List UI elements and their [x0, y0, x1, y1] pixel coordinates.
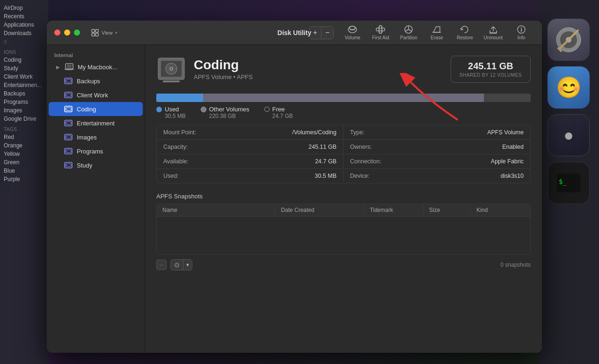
legend-used: Used 30.5 MB: [156, 106, 186, 119]
view-icon: [91, 29, 99, 36]
sidebar-left-section-locations: ions: [0, 46, 48, 56]
first-aid-icon: [375, 25, 386, 34]
snapshots-section: APFS Snapshots Name Date Created Tidemar…: [156, 193, 531, 270]
dock-icon-disk-utility[interactable]: [548, 19, 590, 61]
view-button[interactable]: View ▾: [88, 27, 121, 38]
info-val-used: 30.5 MB: [314, 173, 336, 179]
snapshot-dropdown-button[interactable]: ▾: [183, 260, 192, 270]
dock-icon-terminal[interactable]: $_: [548, 162, 590, 204]
info-key-available: Available:: [163, 158, 189, 165]
info-button[interactable]: Info: [508, 23, 534, 42]
traffic-lights: [54, 29, 80, 36]
info-val-device: disk3s10: [501, 173, 524, 179]
snapshot-action-icon: ⊙: [174, 261, 180, 269]
backups-volume-icon: [64, 76, 73, 86]
volume-info: Coding APFS Volume • APFS: [194, 58, 451, 80]
maximize-button[interactable]: [74, 29, 80, 36]
remove-volume-button[interactable]: −: [321, 27, 333, 39]
sidebar-left-images[interactable]: Images: [0, 106, 48, 115]
sidebar-item-my-macbook[interactable]: ▶ My Macbook...: [49, 60, 143, 74]
sidebar-item-study[interactable]: Study: [49, 158, 143, 172]
minimize-button[interactable]: [64, 29, 70, 36]
svg-rect-9: [92, 33, 95, 36]
sidebar-left-blue[interactable]: Blue: [0, 167, 48, 175]
sidebar-left-orange[interactable]: Orange: [0, 141, 48, 150]
sidebar-left-airdrop[interactable]: AirDrop: [0, 4, 48, 12]
svg-rect-14: [379, 26, 382, 33]
info-val-connection: Apple Fabric: [491, 158, 524, 165]
snapshots-title: APFS Snapshots: [156, 193, 531, 200]
dock-icon-assistant[interactable]: ●: [548, 114, 590, 156]
snapshot-action-button[interactable]: ⊙: [171, 260, 183, 270]
info-key-owners: Owners:: [350, 144, 372, 150]
sidebar-item-client-work[interactable]: Client Work: [49, 88, 143, 102]
sidebar-left-study[interactable]: Study: [0, 64, 48, 73]
sidebar: Internal ▶ My Macbook...: [47, 45, 145, 353]
snapshots-col-tidemark: Tidemark: [364, 204, 424, 216]
info-row-used: Used: 30.5 MB: [157, 169, 343, 183]
sidebar-left-yellow[interactable]: Yellow: [0, 150, 48, 158]
info-row-available: Available: 24.7 GB: [157, 154, 343, 169]
unmount-button[interactable]: Unmount: [480, 23, 506, 42]
info-val-mount-point: /Volumes/Coding: [292, 129, 336, 136]
usage-bar-other-volumes: [203, 94, 484, 102]
sidebar-left-backups[interactable]: Backups: [0, 89, 48, 98]
info-row-device: Device: disk3s10: [343, 169, 530, 183]
sidebar-left-purple[interactable]: Purple: [0, 175, 48, 183]
volume-size-number: 245.11 GB: [460, 61, 522, 72]
svg-text:$_: $_: [559, 178, 567, 186]
info-row-owners: Owners: Enabled: [343, 140, 530, 154]
usage-bar-container: Used 30.5 MB Other Volumes 220.38 GB: [156, 94, 531, 119]
snapshots-body: [157, 217, 530, 254]
info-row-type: Type: APFS Volume: [343, 125, 530, 140]
sidebar-left-coding[interactable]: Coding: [0, 56, 48, 64]
sidebar-item-images[interactable]: Images: [49, 130, 143, 144]
disclosure-arrow: ▶: [56, 65, 60, 70]
sidebar-item-entertainment-label: Entertainment: [77, 120, 115, 127]
sidebar-item-coding-label: Coding: [77, 106, 96, 113]
info-row-connection: Connection: Apple Fabric: [343, 154, 530, 169]
info-label: Info: [518, 35, 526, 40]
sidebar-item-programs[interactable]: Programs: [49, 144, 143, 158]
sidebar-left-google-drive[interactable]: Google Drive: [0, 115, 48, 123]
sidebar-left-applications[interactable]: Applications: [0, 21, 48, 29]
finder-sidebar: AirDrop Recents Applications Downloads d…: [0, 0, 48, 183]
partition-button[interactable]: Partition: [395, 23, 422, 42]
sidebar-item-coding[interactable]: Coding: [49, 102, 143, 116]
sidebar-left-entertainment[interactable]: Entertainmen...: [0, 81, 48, 89]
sidebar-item-study-label: Study: [77, 162, 92, 169]
erase-button[interactable]: Erase: [424, 23, 450, 42]
volume-disk-icon: [156, 54, 186, 84]
sidebar-item-entertainment[interactable]: Entertainment: [49, 116, 143, 130]
sidebar-left-recents[interactable]: Recents: [0, 12, 48, 21]
legend-other-value: 220.38 GB: [209, 113, 249, 119]
svg-point-40: [66, 137, 67, 138]
legend-free-label: Free: [272, 106, 293, 113]
snapshots-footer: − ⊙ ▾ 0 snapshots: [156, 259, 531, 270]
sidebar-left-programs[interactable]: Programs: [0, 98, 48, 106]
sidebar-left-green[interactable]: Green: [0, 158, 48, 167]
sidebar-left-tags-section: Tags: [0, 123, 48, 133]
title-bar: View ▾ Disk Utility + − Volume: [47, 21, 542, 45]
remove-snapshot-button[interactable]: −: [156, 260, 167, 270]
sidebar-left-red[interactable]: Red: [0, 133, 48, 141]
sidebar-left-client-work[interactable]: Client Work: [0, 73, 48, 81]
first-aid-button[interactable]: First Aid: [367, 23, 394, 42]
volume-button[interactable]: Volume: [339, 23, 365, 42]
usage-legend: Used 30.5 MB Other Volumes 220.38 GB: [156, 106, 531, 119]
partition-icon: [403, 25, 414, 34]
sidebar-left-downloads[interactable]: Downloads: [0, 29, 48, 37]
svg-rect-15: [376, 28, 385, 31]
sidebar-item-backups[interactable]: Backups: [49, 74, 143, 88]
legend-dot-used: [156, 107, 162, 112]
restore-button[interactable]: Restore: [452, 23, 478, 42]
svg-point-46: [66, 165, 67, 166]
dock-icon-finder[interactable]: 😊: [548, 66, 590, 109]
close-button[interactable]: [54, 29, 60, 36]
svg-point-43: [66, 151, 67, 152]
info-key-connection: Connection:: [350, 158, 381, 165]
info-key-capacity: Capacity:: [163, 144, 188, 150]
info-val-owners: Enabled: [502, 144, 524, 150]
toolbar-actions: + − Volume First Aid: [309, 23, 534, 42]
snapshots-count: 0 snapshots: [500, 262, 531, 268]
